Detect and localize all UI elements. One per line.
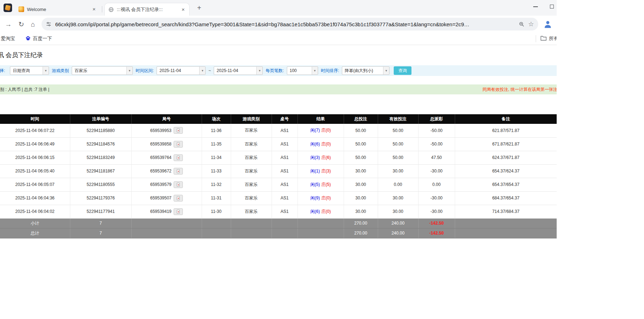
reload-icon[interactable]: ↻ <box>18 21 24 28</box>
card-preview-icon[interactable] <box>174 208 183 215</box>
profile-avatar[interactable] <box>542 19 553 29</box>
bookmark-label: 百度一下 <box>33 35 52 42</box>
cell-time: 2025-11-04 06:05:07 <box>0 178 70 191</box>
card-preview-icon[interactable] <box>174 141 183 148</box>
cell-session: 11-34 <box>202 151 231 164</box>
tab-welcome[interactable]: Welcome × <box>15 3 100 16</box>
cell-session: 11-30 <box>202 205 231 218</box>
cell-payout: -30.00 <box>418 191 455 205</box>
result-player: 闲(6) <box>310 142 320 147</box>
date-to-select[interactable]: 2025-11-04 ▼ <box>214 66 263 75</box>
cell-result: 闲(9)庄(0) <box>298 191 344 205</box>
cell-time: 2025-11-04 06:06:15 <box>0 151 70 164</box>
total-valid-bet: 240.00 <box>378 228 418 238</box>
game-type-label: 游戏类别 <box>52 68 69 74</box>
tab-close-icon[interactable]: × <box>180 6 186 13</box>
cell-total-bet[interactable]: 50.00 <box>344 137 378 151</box>
cell-valid-bet: 30.00 <box>378 191 418 205</box>
result-banker: 庄(0) <box>321 209 331 214</box>
url-text[interactable]: 66cxkj98.com/ipl/portal.php/game/betreco… <box>55 21 515 27</box>
minimize-button[interactable] <box>533 6 538 7</box>
home-icon[interactable]: ⌂ <box>31 21 35 28</box>
table-row: 2025-11-04 06:06:49 522941184576 6595398… <box>0 137 557 151</box>
game-type-select[interactable]: 百家乐 ▼ <box>72 66 133 75</box>
cell-total-bet[interactable]: 50.00 <box>344 124 378 137</box>
new-tab-button[interactable]: + <box>195 4 204 13</box>
cell-bet-id: 522941179376 <box>70 191 131 205</box>
result-player: 闲(6) <box>310 209 320 214</box>
result-player: 闲(1) <box>310 169 320 174</box>
result-banker: 庄(3) <box>321 169 331 174</box>
bookmarks-folder-icon[interactable] <box>540 35 547 42</box>
tab-close-icon[interactable]: × <box>91 6 97 12</box>
site-settings-icon[interactable] <box>46 21 51 27</box>
column-header-game-type: 游戏类别 <box>231 114 272 124</box>
result-player: 闲(9) <box>310 196 320 200</box>
cell-note: 624.37/671.87 <box>455 151 557 164</box>
column-header-note: 备注 <box>455 114 557 124</box>
bookmarks-divider <box>536 35 536 42</box>
maximize-button[interactable] <box>550 5 554 9</box>
cell-result: 闲(3)庄(6) <box>298 151 344 164</box>
search-type-select[interactable]: 日期查询 ▼ <box>10 66 49 75</box>
page-size-label: 每页笔数: <box>266 68 284 74</box>
cell-valid-bet: 30.00 <box>378 205 418 218</box>
cell-table-no: AS1 <box>272 137 298 151</box>
forward-icon[interactable]: → <box>5 21 12 28</box>
card-preview-icon[interactable] <box>174 168 183 175</box>
subtotal-count: 7 <box>70 218 131 228</box>
zoom-icon[interactable] <box>519 21 525 27</box>
cell-bet-id: 522941184576 <box>70 137 131 151</box>
table-row: 2025-11-04 06:07:22 522941185880 6595399… <box>0 124 557 137</box>
cell-session: 11-33 <box>202 164 231 178</box>
date-from-select[interactable]: 2025-11-04 ▼ <box>157 66 206 75</box>
cell-note: 671.87/621.87 <box>455 137 557 151</box>
card-preview-icon[interactable] <box>174 195 183 202</box>
range-separator: ~ <box>208 68 211 73</box>
cell-valid-bet: 0.00 <box>378 178 418 191</box>
cell-total-bet[interactable]: 30.00 <box>344 178 378 191</box>
welcome-tab-favicon <box>18 6 24 12</box>
sort-select[interactable]: 降幂(由大到小) ▼ <box>342 66 389 75</box>
search-button[interactable]: 查询 <box>394 66 411 75</box>
bookmarks-bar: 爱淘宝 百度一下 所有书签 <box>0 33 557 45</box>
bookmark-star-icon[interactable]: ☆ <box>528 20 534 28</box>
result-banker: 庄(0) <box>321 196 331 200</box>
browser-window: Welcome × :::视讯 会员下注纪录::: × + → ↻ ⌂ 66cx… <box>0 0 557 238</box>
cell-total-bet[interactable]: 30.00 <box>344 205 378 218</box>
tab-betrecord[interactable]: :::视讯 会员下注纪录::: × <box>104 3 190 16</box>
total-payout: -142.50 <box>418 228 455 238</box>
summary-bar: 币别 : 人民币 | 总共 :7 注单 | 同局有效投注, 统一计算在该局第一张… <box>0 84 557 94</box>
cell-game-type: 百家乐 <box>231 164 272 178</box>
round-number: 659539858 <box>150 142 171 147</box>
url-bar[interactable]: 66cxkj98.com/ipl/portal.php/game/betreco… <box>42 18 538 31</box>
cell-table-no: AS1 <box>272 178 298 191</box>
bookmarks-folder-label[interactable]: 所有书签 <box>549 35 557 42</box>
browser-logo-icon <box>4 4 12 12</box>
cell-session: 11-31 <box>202 191 231 205</box>
tab-strip: Welcome × :::视讯 会员下注纪录::: × + <box>0 0 557 16</box>
cell-table-no: AS1 <box>272 124 298 137</box>
chevron-down-icon: ▼ <box>199 67 205 75</box>
logo-gem-shape <box>5 5 11 11</box>
cell-game-type: 百家乐 <box>231 205 272 218</box>
cell-round: 659539419 <box>131 205 202 218</box>
card-preview-icon[interactable] <box>174 127 183 134</box>
cell-total-bet[interactable]: 30.00 <box>344 191 378 205</box>
bookmark-aitaobao[interactable]: 爱淘宝 <box>1 35 15 42</box>
search-type-label: 查询选择: <box>0 68 7 74</box>
cell-note: 621.87/571.87 <box>455 124 557 137</box>
bookmark-baidu[interactable]: 百度一下 <box>25 35 52 42</box>
result-player: 闲(7) <box>310 128 320 133</box>
cell-total-bet[interactable]: 50.00 <box>344 151 378 164</box>
cell-game-type: 百家乐 <box>231 137 272 151</box>
card-preview-icon[interactable] <box>174 154 183 161</box>
card-preview-icon[interactable] <box>174 181 183 188</box>
cell-valid-bet: 30.00 <box>378 164 418 178</box>
table-row: 2025-11-04 06:04:36 522941179376 6595395… <box>0 191 557 205</box>
cell-total-bet[interactable]: 30.00 <box>344 164 378 178</box>
cell-result: 闲(6)庄(0) <box>298 205 344 218</box>
page-size-select[interactable]: 100 ▼ <box>287 66 318 75</box>
cell-bet-id: 522941183249 <box>70 151 131 164</box>
cell-round: 659539507 <box>131 191 202 205</box>
